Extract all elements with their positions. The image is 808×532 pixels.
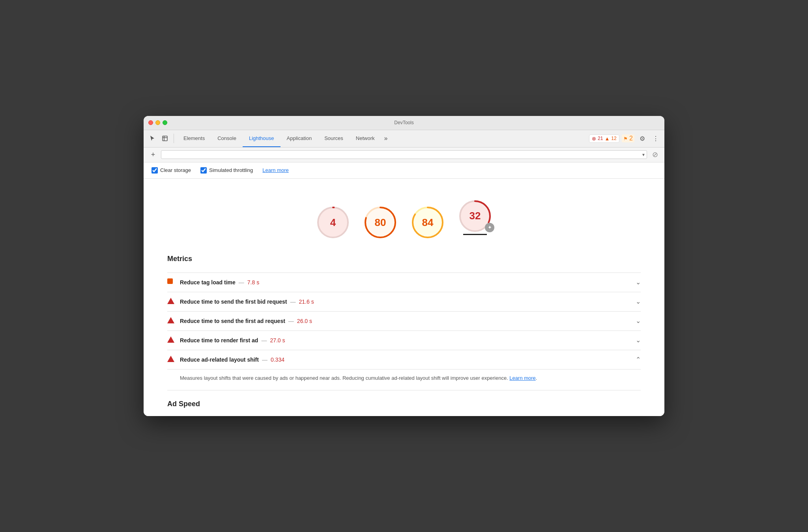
metric-row-2[interactable]: Reduce time to send the first bid reques… [167,292,641,312]
more-tabs-button[interactable]: » [381,135,391,142]
maximize-button[interactable] [163,120,167,125]
score-circle-2: 80 [363,205,398,240]
chevron-up-icon-5: ⌃ [636,356,641,363]
metric-text-5: Reduce ad-related layout shift — 0.334 [180,357,636,363]
metric-value-2: 21.6 s [299,299,314,305]
metrics-section-title: Metrics [167,255,641,266]
add-button[interactable]: + [148,150,158,159]
toolbar-right: ⊗ 21 ▲ 12 ⚑ 2 ⚙ ⋮ [589,133,661,144]
metric-text-1: Reduce tag load time — 7.8 s [180,279,636,286]
score-circle-1: 4 [315,205,351,240]
error-count: 21 [598,136,603,141]
tab-lighthouse[interactable]: Lighthouse [243,130,281,147]
clear-storage-option[interactable]: Clear storage [152,167,191,174]
metric-label-3: Reduce time to send the first ad request [180,318,285,324]
metric-label-2: Reduce time to send the first bid reques… [180,299,287,305]
ad-speed-section-title: Ad Speed [167,390,641,408]
metric-icon-5 [167,356,175,364]
error-badge-group[interactable]: ⊗ 21 ▲ 12 [589,134,619,143]
score-circle-3: 84 [410,205,445,240]
score-value-4: 32 [469,210,481,222]
score-value-3: 84 [422,217,434,229]
tab-application[interactable]: Application [281,130,318,147]
cursor-icon[interactable] [147,133,158,144]
options-bar: Clear storage Simulated throttling Learn… [144,162,664,179]
close-button[interactable] [148,120,153,125]
tab-elements[interactable]: Elements [177,130,211,147]
metric-icon-1 [167,278,175,286]
score-circle-4: 32 ✦ [457,198,493,234]
score-4-container: 32 ✦ [457,198,493,247]
chevron-down-icon-3: ⌄ [636,317,641,325]
main-toolbar: Elements Console Lighthouse Application … [144,130,664,147]
metric-row-3[interactable]: Reduce time to send the first ad request… [167,312,641,331]
metric-expanded-5: Measures layout shifts that were caused … [167,370,641,391]
metric-row-1[interactable]: Reduce tag load time — 7.8 s ⌄ [167,273,641,292]
tabs-container: Elements Console Lighthouse Application … [177,130,587,147]
metric-label-1: Reduce tag load time [180,279,236,286]
metric-dash-5: — [262,357,267,363]
subtoolbar: + ▼ ⊘ [144,147,664,162]
error-icon: ⊗ [592,136,596,142]
score-value-2: 80 [375,217,386,229]
simulated-throttling-option[interactable]: Simulated throttling [200,167,253,174]
metric-dash-3: — [288,318,294,324]
metric-value-1: 7.8 s [247,279,259,286]
info-count: 2 [629,135,633,142]
window-title: DevTools [394,120,413,125]
metric-icon-3 [167,317,175,325]
metric-text-2: Reduce time to send the first bid reques… [180,299,636,305]
active-tab-indicator [463,234,487,235]
more-options-icon[interactable]: ⋮ [650,133,661,144]
url-bar[interactable] [161,150,647,159]
tab-network[interactable]: Network [350,130,381,147]
metric-row-5[interactable]: Reduce ad-related layout shift — 0.334 ⌃ [167,350,641,370]
svg-rect-0 [163,136,167,141]
settings-icon[interactable]: ⚙ [637,133,648,144]
metric-value-3: 26.0 s [297,318,312,324]
tab-sources[interactable]: Sources [318,130,350,147]
metric-description-5: Measures layout shifts that were caused … [180,374,641,383]
traffic-lights [148,120,167,125]
warning-icon: ▲ [604,136,610,142]
metric-icon-2 [167,298,175,306]
main-content: 4 80 84 [144,179,664,416]
devtools-window: DevTools Elements Console Lighthouse App… [144,116,664,416]
metric-value-5: 0.334 [271,357,284,363]
metric-label-4: Reduce time to render first ad [180,337,258,343]
scores-row: 4 80 84 [167,187,641,255]
metrics-list: Reduce tag load time — 7.8 s ⌄ Reduce ti… [167,273,641,391]
metric-dash-1: — [239,279,244,286]
chevron-down-icon-2: ⌄ [636,298,641,305]
divider [174,134,174,143]
metric-icon-4 [167,336,175,344]
metric-dash-4: — [261,337,267,343]
tab-console[interactable]: Console [211,130,243,147]
simulated-throttling-checkbox[interactable] [200,167,207,174]
chevron-down-icon-1: ⌄ [636,278,641,286]
chevron-down-icon-4: ⌄ [636,336,641,344]
metric-value-4: 27.0 s [270,337,285,343]
metric-text-4: Reduce time to render first ad — 27.0 s [180,337,636,343]
plugin-icon: ✦ [485,223,494,232]
inspect-icon[interactable] [159,133,170,144]
dropdown-arrow-icon[interactable]: ▼ [642,153,645,157]
metric-text-3: Reduce time to send the first ad request… [180,318,636,324]
metric-learn-more-link[interactable]: Learn more [509,375,535,381]
metric-dash-2: — [290,299,296,305]
learn-more-link[interactable]: Learn more [262,167,288,173]
info-badge[interactable]: ⚑ 2 [622,134,634,142]
minimize-button[interactable] [155,120,160,125]
no-entry-icon[interactable]: ⊘ [650,150,660,159]
warning-count: 12 [611,136,616,141]
metric-row-4[interactable]: Reduce time to render first ad — 27.0 s … [167,331,641,350]
metric-label-5: Reduce ad-related layout shift [180,357,259,363]
title-bar: DevTools [144,116,664,130]
clear-storage-checkbox[interactable] [152,167,158,174]
score-value-1: 4 [330,217,336,229]
